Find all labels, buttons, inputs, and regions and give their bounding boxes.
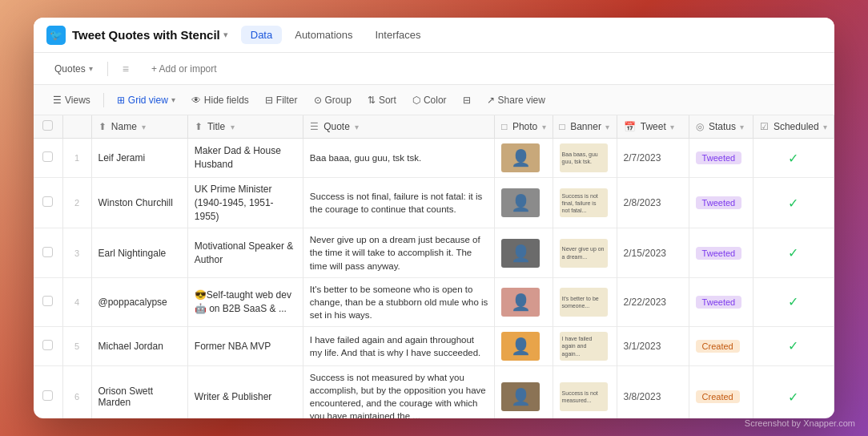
table-row[interactable]: 4 @poppacalypse 😎Self-taught web dev 🤖 o… xyxy=(34,277,834,326)
row-scheduled: ✓ xyxy=(753,326,834,365)
hide-fields-btn[interactable]: 👁 Hide fields xyxy=(185,91,255,109)
col-photo[interactable]: □ Photo ▾ xyxy=(495,115,553,139)
rows-btn[interactable]: ⊟ xyxy=(456,91,477,109)
row-status: Tweeted xyxy=(689,178,753,228)
row-checkbox[interactable] xyxy=(42,296,53,306)
row-photo[interactable]: 👤 xyxy=(495,178,553,228)
row-status: Created xyxy=(689,326,753,365)
table-container: ⬆ Name ▾ ⬆ Title ▾ ☰ Quote ▾ xyxy=(34,115,834,418)
photo-thumbnail: 👤 xyxy=(501,143,540,172)
tab-automations[interactable]: Automations xyxy=(285,26,362,44)
col-status[interactable]: ◎ Status ▾ xyxy=(689,115,753,139)
row-quote: Never give up on a dream just because of… xyxy=(303,228,494,277)
views-toggle[interactable]: ☰ Views xyxy=(46,91,97,109)
row-banner[interactable]: I have failed again and again... xyxy=(553,326,617,365)
row-number: 3 xyxy=(62,228,91,277)
title-chevron-icon: ▾ xyxy=(231,123,235,131)
row-checkbox-cell[interactable] xyxy=(34,178,62,228)
row-checkbox-cell[interactable] xyxy=(34,326,62,365)
col-scheduled[interactable]: ☑ Scheduled ▾ xyxy=(753,115,834,139)
row-tweet-date: 3/1/2023 xyxy=(617,326,689,365)
row-checkbox-cell[interactable] xyxy=(34,139,62,178)
tab-data[interactable]: Data xyxy=(241,26,282,44)
hide-icon: 👁 xyxy=(191,95,201,106)
banner-thumbnail: Success is not measured... xyxy=(560,382,608,411)
banner-thumbnail: I have failed again and again... xyxy=(560,332,608,361)
row-title: 😎Self-taught web dev 🤖 on B2B SaaS & ... xyxy=(187,277,303,326)
name-sort-icon: ⬆ xyxy=(98,121,106,132)
filter-btn-small[interactable]: ≡ xyxy=(115,59,137,79)
banner-text: Never give up on a dream... xyxy=(562,245,605,260)
photo-thumbnail: 👤 xyxy=(501,239,540,268)
status-badge: Tweeted xyxy=(696,247,742,260)
row-checkbox-cell[interactable] xyxy=(34,277,62,326)
sort-btn[interactable]: ⇅ Sort xyxy=(361,91,403,109)
col-banner[interactable]: □ Banner ▾ xyxy=(553,115,617,139)
banner-thumbnail: Baa baas, guu guu, tsk tsk. xyxy=(560,143,608,172)
col-quote[interactable]: ☰ Quote ▾ xyxy=(303,115,494,139)
grid-view-btn[interactable]: ⊞ Grid view ▾ xyxy=(111,91,182,109)
views-dropdown[interactable]: Quotes ▾ xyxy=(46,60,101,78)
table-row[interactable]: 3 Earl Nightingale Motivational Speaker … xyxy=(34,228,834,277)
row-scheduled: ✓ xyxy=(753,139,834,178)
col-checkbox[interactable] xyxy=(34,115,62,139)
row-banner[interactable]: Success is not final, failure is not fat… xyxy=(553,178,617,228)
row-checkbox[interactable] xyxy=(42,390,53,401)
row-scheduled: ✓ xyxy=(753,277,834,326)
photo-thumbnail: 👤 xyxy=(501,288,540,317)
table-row[interactable]: 5 Michael Jordan Former NBA MVP I have f… xyxy=(34,326,834,365)
row-banner[interactable]: Baa baas, guu guu, tsk tsk. xyxy=(553,139,617,178)
banner-text: It's better to be someone... xyxy=(562,295,605,309)
photo-emoji: 👤 xyxy=(511,387,531,406)
sidebar-toggle-icon: ≡ xyxy=(123,63,129,75)
row-photo[interactable]: 👤 xyxy=(495,277,553,326)
share-btn[interactable]: ↗ Share view xyxy=(480,91,552,109)
photo-emoji: 👤 xyxy=(511,337,531,356)
scheduled-icon: ☑ xyxy=(760,121,769,132)
row-checkbox[interactable] xyxy=(42,247,53,257)
add-import-button[interactable]: + Add or import xyxy=(143,60,225,78)
banner-icon: □ xyxy=(560,121,565,132)
row-number: 4 xyxy=(62,277,91,326)
tab-interfaces[interactable]: Interfaces xyxy=(365,26,430,44)
header-checkbox[interactable] xyxy=(42,120,53,131)
title-sort-icon: ⬆ xyxy=(195,121,203,132)
row-banner[interactable]: Never give up on a dream... xyxy=(553,228,617,277)
group-btn[interactable]: ⊙ Group xyxy=(307,91,358,109)
nav-tabs: Data Automations Interfaces xyxy=(241,26,431,44)
row-checkbox[interactable] xyxy=(42,196,53,207)
row-checkbox-cell[interactable] xyxy=(34,365,62,418)
views-icon: ☰ xyxy=(53,95,62,106)
row-checkbox-cell[interactable] xyxy=(34,228,62,277)
filter-btn[interactable]: ⊟ Filter xyxy=(259,91,304,109)
grid-chevron-icon: ▾ xyxy=(171,95,175,104)
data-table: ⬆ Name ▾ ⬆ Title ▾ ☰ Quote ▾ xyxy=(34,115,834,418)
row-checkbox[interactable] xyxy=(42,340,53,350)
photo-chevron-icon: ▾ xyxy=(542,123,546,131)
titlebar: 🐦 Tweet Quotes with Stencil ▾ Data Autom… xyxy=(34,18,834,53)
views-chevron-icon: ▾ xyxy=(89,64,93,73)
row-photo[interactable]: 👤 xyxy=(495,326,553,365)
col-tweet[interactable]: 📅 Tweet ▾ xyxy=(617,115,689,139)
row-number: 1 xyxy=(62,139,91,178)
table-row[interactable]: 6 Orison Swett Marden Writer & Publisher… xyxy=(34,365,834,418)
row-banner[interactable]: Success is not measured... xyxy=(553,365,617,418)
row-photo[interactable]: 👤 xyxy=(495,228,553,277)
status-badge: Tweeted xyxy=(696,296,742,309)
color-icon: ⬡ xyxy=(412,95,420,106)
row-banner[interactable]: It's better to be someone... xyxy=(553,277,617,326)
banner-thumbnail: It's better to be someone... xyxy=(560,288,608,317)
row-photo[interactable]: 👤 xyxy=(495,365,553,418)
col-title[interactable]: ⬆ Title ▾ xyxy=(187,115,303,139)
table-row[interactable]: 2 Winston Churchill UK Prime Minister (1… xyxy=(34,178,834,228)
row-photo[interactable]: 👤 xyxy=(495,139,553,178)
chevron-icon[interactable]: ▾ xyxy=(223,30,228,40)
row-checkbox[interactable] xyxy=(42,151,53,162)
photo-icon: □ xyxy=(501,121,507,132)
row-name: Leif Jerami xyxy=(91,139,187,178)
scheduled-check-icon: ✓ xyxy=(788,151,798,165)
table-row[interactable]: 1 Leif Jerami Maker Dad & House Husband … xyxy=(34,139,834,178)
tweet-cal-icon: 📅 xyxy=(624,121,636,132)
col-name[interactable]: ⬆ Name ▾ xyxy=(91,115,187,139)
color-btn[interactable]: ⬡ Color xyxy=(406,91,453,109)
